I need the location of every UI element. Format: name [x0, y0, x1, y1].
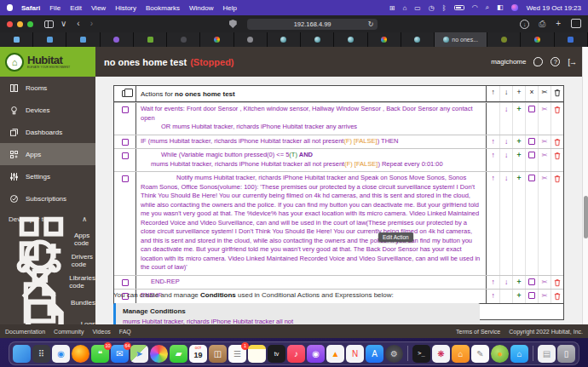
move-down-icon[interactable]: ↓ — [499, 135, 512, 149]
cut-icon[interactable]: ✂ — [538, 86, 551, 101]
dock-vlc-icon[interactable]: ▲ — [326, 345, 344, 363]
delete-action-cell[interactable] — [551, 276, 563, 290]
move-down-icon[interactable] — [499, 290, 512, 303]
tab-6[interactable] — [167, 32, 200, 47]
row-checkbox-cell[interactable] — [114, 172, 136, 275]
copy-icon[interactable] — [122, 90, 129, 97]
dock-finder-icon[interactable] — [13, 345, 31, 363]
select-checkbox[interactable] — [525, 103, 538, 135]
footer-link-community[interactable]: Community — [54, 329, 84, 335]
username[interactable]: magichome — [491, 58, 526, 66]
cut-icon[interactable]: ✂ — [538, 290, 551, 303]
apple-menu-icon[interactable] — [7, 4, 13, 11]
insert-action-icon[interactable]: + — [512, 276, 525, 290]
move-up-icon[interactable]: ↑ — [487, 276, 499, 290]
action-row-5[interactable]: END-REP↑↓+✂ — [114, 275, 563, 290]
move-up-icon[interactable]: ↑ — [487, 86, 499, 101]
menu-bookmarks[interactable]: Bookmarks — [146, 4, 180, 12]
dock-maps-icon[interactable]: ➤ — [130, 345, 148, 363]
tab-active[interactable]: no ones... — [435, 32, 487, 47]
dock-news-icon[interactable]: N — [346, 345, 364, 363]
select-checkbox[interactable] — [525, 149, 538, 171]
row-checkbox-cell[interactable] — [114, 135, 136, 149]
dock-app-store-icon[interactable]: A — [366, 345, 383, 363]
action-text[interactable]: IF (mums Hubitat tracker, richards iPhon… — [136, 135, 486, 149]
wifi-icon[interactable]: ◠ — [472, 4, 478, 11]
tab-11[interactable] — [334, 32, 367, 47]
tab-2[interactable] — [33, 32, 66, 47]
tab-13[interactable] — [401, 32, 435, 47]
scrollbar-track[interactable] — [582, 47, 588, 324]
sidebar-item-devices[interactable]: Devices — [0, 99, 95, 121]
dock-terminal-icon[interactable]: >_ — [412, 345, 430, 363]
tab-12[interactable] — [368, 32, 401, 47]
sidebar-toggle-icon[interactable] — [44, 20, 54, 28]
back-button[interactable]: ‹ — [77, 20, 79, 28]
display-icon[interactable]: ▭ — [414, 4, 421, 12]
dock-podcasts-icon[interactable]: ◉ — [307, 345, 325, 363]
row-checkbox[interactable] — [122, 152, 129, 159]
sidebar-chevron-icon[interactable]: ∨ — [61, 20, 66, 28]
delete-action-cell[interactable] — [551, 172, 563, 275]
share-icon[interactable]: ⎙ — [539, 20, 545, 28]
tab-15[interactable] — [487, 32, 521, 47]
insert-action-icon[interactable]: + — [512, 149, 525, 171]
dock-music-icon[interactable]: ♪ — [287, 345, 305, 363]
move-up-icon[interactable]: ↑ — [487, 135, 499, 149]
delete-x-icon[interactable]: × — [525, 86, 538, 101]
new-tab-button[interactable]: + — [556, 20, 561, 28]
battery-icon[interactable] — [454, 5, 464, 10]
dock-contacts-icon[interactable]: ◫ — [209, 345, 227, 363]
cut-icon[interactable]: ✂ — [538, 172, 551, 275]
dock-files-icon[interactable]: ▤ — [538, 345, 556, 363]
tab-10[interactable] — [301, 32, 334, 47]
select-checkbox[interactable] — [525, 135, 538, 149]
dock-safari-icon[interactable]: ◉ — [52, 345, 70, 363]
insert-action-icon[interactable]: + — [512, 103, 525, 135]
dock-photos-icon[interactable] — [150, 345, 168, 363]
row-checkbox[interactable] — [122, 175, 129, 182]
sidebar-item-dashboards[interactable]: Dashboards — [0, 121, 95, 143]
tab-8[interactable] — [234, 32, 268, 47]
row-checkbox[interactable] — [122, 139, 129, 146]
move-down-icon[interactable]: ↓ — [499, 86, 512, 101]
action-row-4[interactable]: Notify mums Hubitat tracker, richards iP… — [114, 171, 563, 275]
dock-firefox-icon[interactable] — [72, 345, 89, 363]
tab-16[interactable] — [521, 32, 554, 47]
hubitat-logo[interactable]: ⌂ Hubitat ELEVATE YOUR ENVIRONMENT — [0, 47, 95, 77]
move-up-icon[interactable]: ↑ — [487, 172, 499, 275]
insert-action-icon[interactable]: + — [512, 172, 525, 275]
menu-edit[interactable]: Edit — [70, 4, 82, 12]
move-up-icon[interactable]: ↑ — [487, 149, 499, 171]
delete-action-cell[interactable] — [551, 103, 563, 135]
tab-4[interactable] — [101, 32, 134, 47]
menu-window[interactable]: Window — [189, 4, 213, 12]
dock-textedit-icon[interactable]: ✎ — [471, 345, 489, 363]
row-checkbox-cell[interactable] — [114, 103, 136, 135]
insert-action-icon[interactable]: + — [512, 135, 525, 149]
insert-action-icon[interactable]: + — [512, 86, 525, 101]
move-up-icon[interactable]: ↑ — [487, 290, 499, 303]
apps-grid-icon[interactable]: ⊞ — [389, 4, 395, 12]
reload-icon[interactable]: ↻ — [368, 20, 374, 28]
dock-system-settings-icon[interactable]: ⚙ — [385, 345, 403, 363]
select-checkbox[interactable] — [525, 290, 538, 303]
dock-green-circle-app-icon[interactable]: ● — [491, 345, 509, 363]
footer-link-documentation[interactable]: Documentation — [5, 329, 45, 335]
manage-conditions-section[interactable]: Manage Conditions mums Hubitat tracker, … — [113, 303, 480, 324]
footer-link-faq[interactable]: FAQ — [119, 329, 131, 335]
minimize-window-button[interactable] — [17, 21, 23, 27]
dock-home-icon[interactable]: ⌂ — [452, 345, 470, 363]
action-text[interactable]: While (Variable magic button pressed(0) … — [136, 149, 486, 171]
home-icon[interactable]: ⌂ — [402, 4, 406, 12]
insert-action-icon[interactable]: + — [512, 290, 525, 303]
sidebar-item-subscriptions[interactable]: Subscriptions — [0, 187, 95, 209]
select-checkbox[interactable] — [525, 172, 538, 275]
menu-safari[interactable]: Safari — [21, 4, 40, 12]
menu-file[interactable]: File — [49, 4, 61, 12]
help-icon[interactable]: ? — [551, 57, 560, 66]
cut-icon[interactable]: ✂ — [538, 103, 551, 135]
dock-calendar-icon[interactable]: OCT19 — [189, 345, 207, 363]
close-window-button[interactable] — [7, 21, 13, 27]
delete-action-cell[interactable] — [551, 135, 563, 149]
